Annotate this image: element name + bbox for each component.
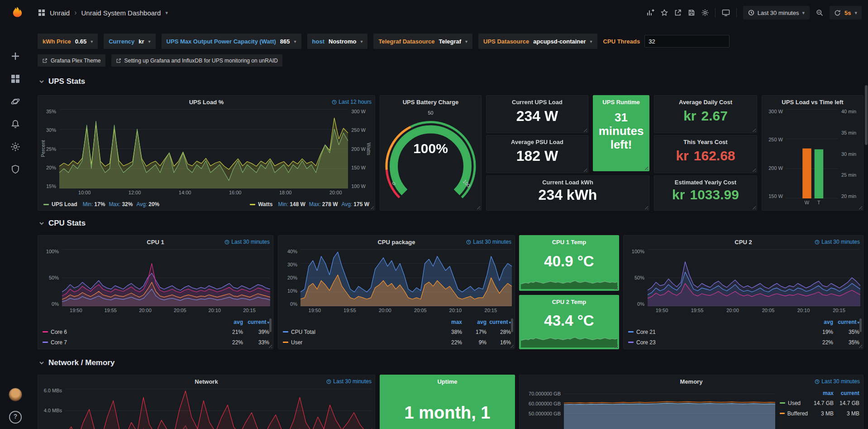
user-avatar[interactable] bbox=[9, 388, 22, 401]
legend-header-max[interactable]: max bbox=[808, 390, 834, 396]
chevron-down-icon[interactable]: ▾ bbox=[91, 39, 93, 44]
grafana-logo[interactable] bbox=[6, 4, 25, 23]
panel-title[interactable]: This Years Cost bbox=[683, 139, 727, 145]
panel-title[interactable]: CPU package bbox=[377, 239, 415, 246]
panel-time-override[interactable]: Last 30 minutes bbox=[466, 239, 511, 245]
network-chart[interactable] bbox=[65, 389, 372, 429]
variable-value[interactable]: apcupsd-container bbox=[533, 38, 586, 45]
panel-time-override[interactable]: Last 12 hours bbox=[332, 99, 372, 105]
dashboard-dropdown-caret-icon[interactable]: ▾ bbox=[165, 10, 168, 16]
panel-title[interactable]: Estimated Yearly Cost bbox=[675, 179, 736, 186]
panel-time-override[interactable]: Last 30 minutes bbox=[224, 239, 270, 245]
star-icon[interactable] bbox=[661, 9, 668, 16]
legend-row[interactable]: Core 6 21% 39% bbox=[43, 327, 269, 337]
panel-resize-handle[interactable] bbox=[582, 167, 587, 172]
variable-value[interactable]: 0.65 bbox=[75, 38, 86, 45]
variable-value[interactable]: 865 bbox=[280, 38, 290, 45]
panel-resize-handle[interactable] bbox=[582, 127, 587, 132]
panel-title[interactable]: UPS Load vs Time left bbox=[782, 99, 843, 106]
explore-icon[interactable] bbox=[10, 96, 21, 107]
settings-gear-icon[interactable] bbox=[701, 9, 709, 16]
panel-resize-handle[interactable] bbox=[644, 205, 648, 209]
panel-title[interactable]: UPS Load % bbox=[189, 99, 224, 106]
panel-title[interactable]: Average PSU Load bbox=[511, 139, 563, 145]
legend-header-current[interactable]: current▾ bbox=[833, 319, 859, 325]
share-icon[interactable] bbox=[674, 9, 682, 16]
refresh-picker[interactable]: 5s ▾ bbox=[830, 6, 862, 19]
panel-time-override[interactable]: Last 30 minutes bbox=[815, 378, 860, 385]
legend-header-avg[interactable]: avg bbox=[462, 319, 486, 325]
legend-header-max[interactable]: max bbox=[438, 319, 462, 325]
panel-title[interactable]: Uptime bbox=[437, 378, 457, 385]
memory-chart[interactable] bbox=[564, 389, 775, 429]
panel-resize-handle[interactable] bbox=[858, 205, 862, 209]
panel-title[interactable]: CPU 1 bbox=[147, 239, 164, 246]
legend-header-avg[interactable]: avg bbox=[807, 319, 833, 325]
panel-resize-handle[interactable] bbox=[751, 127, 756, 132]
panel-title[interactable]: Average Daily Cost bbox=[679, 99, 732, 106]
breadcrumb-dashboard-title[interactable]: Unraid System Dashboard bbox=[81, 9, 161, 17]
dashboard-link-ups-monitoring-guide[interactable]: Setting up Grafana and InfluxDB for UPS … bbox=[111, 54, 283, 67]
configuration-gear-icon[interactable] bbox=[10, 141, 21, 152]
panel-time-override[interactable]: Last 30 minutes bbox=[326, 378, 372, 385]
panel-title[interactable]: UPS Battery Charge bbox=[403, 99, 459, 106]
panel-title[interactable]: Current UPS Load bbox=[512, 99, 563, 106]
panel-title[interactable]: Network bbox=[195, 378, 218, 385]
dashboard-link-grafana-plex-theme[interactable]: Grafana Plex Theme bbox=[38, 54, 105, 67]
chevron-down-icon[interactable]: ▾ bbox=[465, 39, 467, 44]
panel-title[interactable]: UPS Runtime bbox=[602, 99, 639, 106]
chevron-down-icon[interactable]: ▾ bbox=[360, 39, 362, 44]
legend-series-watts[interactable]: Watts Min:148 W Max:278 W Avg:175 W bbox=[250, 201, 369, 207]
panel-resize-handle[interactable] bbox=[751, 205, 756, 209]
legend-scrollbar[interactable] bbox=[269, 318, 272, 332]
variable-value[interactable]: Nostromo bbox=[329, 38, 356, 45]
server-admin-shield-icon[interactable] bbox=[10, 164, 21, 175]
panel-resize-handle[interactable] bbox=[751, 167, 756, 172]
legend-row[interactable]: Core 7 22% 33% bbox=[43, 337, 269, 347]
panel-title[interactable]: CPU 2 Temp bbox=[552, 299, 587, 305]
legend-row[interactable]: Core 23 22% 35% bbox=[628, 337, 859, 347]
legend-row[interactable]: CPU Total 38% 17% 28% bbox=[283, 327, 511, 337]
legend-header-avg[interactable]: avg bbox=[217, 319, 243, 325]
save-icon[interactable] bbox=[688, 9, 695, 16]
ups-load-chart[interactable] bbox=[59, 109, 348, 188]
legend-row[interactable]: Core 21 19% 35% bbox=[628, 327, 859, 337]
legend-scrollbar[interactable] bbox=[511, 318, 513, 332]
dashboard-apps-grid-icon[interactable] bbox=[38, 9, 45, 16]
cpu2-chart[interactable] bbox=[648, 249, 860, 306]
variable-value[interactable]: Telegraf bbox=[439, 38, 461, 45]
legend-series-ups-load[interactable]: UPS Load Min:17% Max:32% Avg:20% bbox=[43, 201, 159, 207]
cpu-threads-input[interactable] bbox=[644, 35, 730, 48]
help-icon[interactable]: ? bbox=[9, 411, 22, 424]
legend-row[interactable]: Used 14.7 GB 14.7 GB bbox=[780, 398, 859, 408]
legend-row[interactable]: Buffered 3 MB 3 MB bbox=[780, 408, 859, 419]
panel-title[interactable]: Current Load kWh bbox=[542, 179, 593, 186]
ups-load-vs-time-chart[interactable] bbox=[786, 109, 838, 198]
panel-title[interactable]: CPU 2 bbox=[734, 239, 752, 246]
variable-value[interactable]: kr bbox=[138, 38, 144, 45]
cpu1-temp-sparkline[interactable] bbox=[521, 276, 617, 289]
section-network-memory[interactable]: Network / Memory bbox=[39, 358, 114, 367]
cycle-view-monitor-icon[interactable] bbox=[722, 9, 730, 17]
chevron-down-icon[interactable]: ▾ bbox=[294, 39, 296, 44]
panel-title[interactable]: Memory bbox=[680, 378, 703, 385]
dashboards-icon[interactable] bbox=[10, 73, 21, 84]
breadcrumb-folder[interactable]: Unraid bbox=[50, 9, 70, 17]
chevron-down-icon[interactable]: ▾ bbox=[148, 39, 151, 44]
page-scrollbar[interactable] bbox=[865, 85, 868, 145]
legend-scrollbar[interactable] bbox=[859, 318, 862, 332]
legend-header-current[interactable]: current bbox=[834, 390, 859, 396]
legend-header-current[interactable]: current▾ bbox=[243, 319, 269, 325]
time-range-picker[interactable]: Last 30 minutes ▾ bbox=[743, 6, 810, 19]
panel-title[interactable]: CPU 1 Temp bbox=[552, 239, 587, 246]
cpu-package-chart[interactable] bbox=[300, 249, 512, 306]
cpu2-temp-sparkline[interactable] bbox=[521, 335, 617, 347]
chevron-down-icon[interactable]: ▾ bbox=[590, 39, 592, 44]
legend-row[interactable]: User 22% 9% 16% bbox=[283, 337, 511, 347]
cpu1-chart[interactable] bbox=[62, 249, 270, 306]
legend-header-current[interactable]: current▾ bbox=[486, 319, 511, 325]
panel-resize-handle[interactable] bbox=[369, 205, 374, 209]
create-plus-icon[interactable] bbox=[10, 51, 21, 62]
add-panel-icon[interactable] bbox=[646, 9, 654, 17]
panel-time-override[interactable]: Last 30 minutes bbox=[815, 239, 860, 245]
